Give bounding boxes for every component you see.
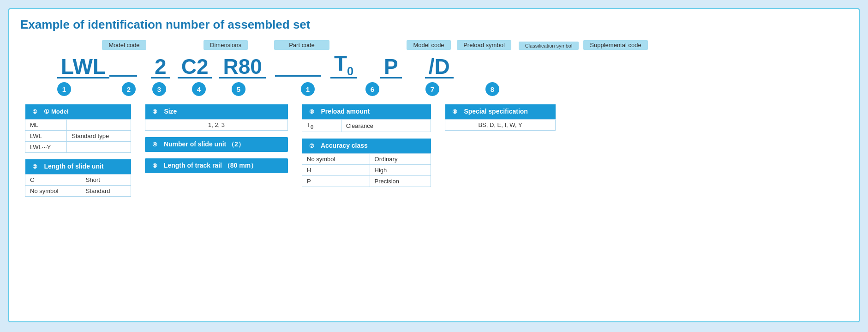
- accuracy-header: ⑦ Accuracy class: [302, 139, 431, 154]
- label-model-code-left: Model code: [102, 40, 146, 50]
- model-table: ① ① Model ML LWL Standard type LWL···Y: [25, 104, 131, 153]
- size-header: ③ Size: [145, 104, 288, 120]
- code-c2: C2: [178, 56, 212, 78]
- special-table: ⑧ Special specification BS, D, E, I, W, …: [445, 104, 556, 131]
- circle-icon-4: ④: [150, 139, 160, 150]
- special-row: BS, D, E, I, W, Y: [445, 120, 556, 131]
- right-mid-table-section: ⑥ Preload amount T0 Clearance ⑦ Accuracy…: [302, 104, 431, 187]
- circle-1-left: 1: [57, 82, 71, 96]
- label-part-code: Part code: [274, 40, 329, 50]
- accuracy-row-p: P Precision: [302, 176, 431, 187]
- slide-length-row-c: C Short: [25, 175, 131, 186]
- label-model-code-right: Model code: [407, 40, 450, 50]
- circle-2: 2: [122, 82, 136, 96]
- circle-8: 8: [485, 82, 499, 96]
- main-container: Example of identification number of asse…: [8, 8, 860, 322]
- accuracy-table: ⑦ Accuracy class No symbol Ordinary H Hi…: [302, 139, 431, 187]
- label-classification-symbol: Classification symbol: [519, 42, 579, 50]
- tables-area: ① ① Model ML LWL Standard type LWL···Y: [20, 104, 848, 197]
- preload-table: ⑥ Preload amount T0 Clearance: [302, 104, 431, 132]
- diagram-labels-row: Model code Dimensions Part code Model co…: [20, 40, 643, 50]
- accuracy-row-h: H High: [302, 165, 431, 176]
- accuracy-row-nosymbol: No symbol Ordinary: [302, 154, 431, 165]
- track-rail-banner: ⑤ Length of track rail （80 mm）: [145, 158, 288, 173]
- slide-length-header: ② Length of slide unit: [25, 159, 131, 175]
- circle-icon-6: ⑥: [307, 107, 317, 117]
- circle-icon-1a: ①: [30, 107, 40, 117]
- circle-icon-3: ③: [150, 107, 160, 117]
- special-table-section: ⑧ Special specification BS, D, E, I, W, …: [445, 104, 556, 131]
- preload-row-t0: T0 Clearance: [302, 120, 431, 132]
- model-row-ml: ML: [25, 120, 131, 131]
- circle-icon-5: ⑤: [150, 161, 160, 171]
- code-p: P: [380, 56, 402, 78]
- model-row-lwl: LWL Standard type: [25, 131, 131, 142]
- circle-1-right: 1: [301, 82, 315, 96]
- model-row-lwly: LWL···Y: [25, 142, 131, 153]
- special-header: ⑧ Special specification: [445, 104, 556, 120]
- page-title: Example of identification number of asse…: [20, 18, 848, 32]
- circle-4: 4: [192, 82, 206, 96]
- diagram-codes-row: LWL 2 C2 R80 T0 P /D: [20, 53, 454, 78]
- slide-unit-banner: ④ Number of slide unit （2）: [145, 137, 288, 152]
- code-slash-d: /D: [425, 56, 454, 78]
- circle-5: 5: [232, 82, 245, 96]
- code-2: 2: [151, 56, 170, 78]
- middle-table-section: ③ Size 1, 2, 3 ④ Number of slide unit （2…: [145, 104, 288, 173]
- circle-3: 3: [152, 82, 166, 96]
- size-row: 1, 2, 3: [145, 120, 288, 131]
- code-r80: R80: [219, 56, 265, 78]
- code-lwl: LWL: [57, 56, 109, 78]
- label-supplemental-code: Supplemental code: [583, 40, 647, 50]
- model-table-header: ① ① Model: [25, 104, 131, 120]
- label-dimensions: Dimensions: [204, 40, 248, 50]
- circle-icon-8: ⑧: [450, 107, 460, 117]
- slide-length-table: ② Length of slide unit C Short No symbol…: [25, 159, 131, 197]
- size-table: ③ Size 1, 2, 3: [145, 104, 288, 131]
- circle-7: 7: [425, 82, 439, 96]
- diagram-section: Model code Dimensions Part code Model co…: [20, 40, 848, 96]
- preload-header: ⑥ Preload amount: [302, 104, 431, 120]
- circle-6: 6: [365, 82, 379, 96]
- left-table-section: ① ① Model ML LWL Standard type LWL···Y: [25, 104, 131, 197]
- label-preload-symbol: Preload symbol: [457, 40, 511, 50]
- slide-length-row-nosymbol: No symbol Standard: [25, 186, 131, 197]
- diagram-nums-row: 1 2 3 4 5 1 6 7 8: [20, 82, 499, 96]
- circle-icon-7: ⑦: [307, 141, 317, 151]
- code-t0: T0: [330, 53, 357, 78]
- circle-icon-2: ②: [30, 162, 40, 172]
